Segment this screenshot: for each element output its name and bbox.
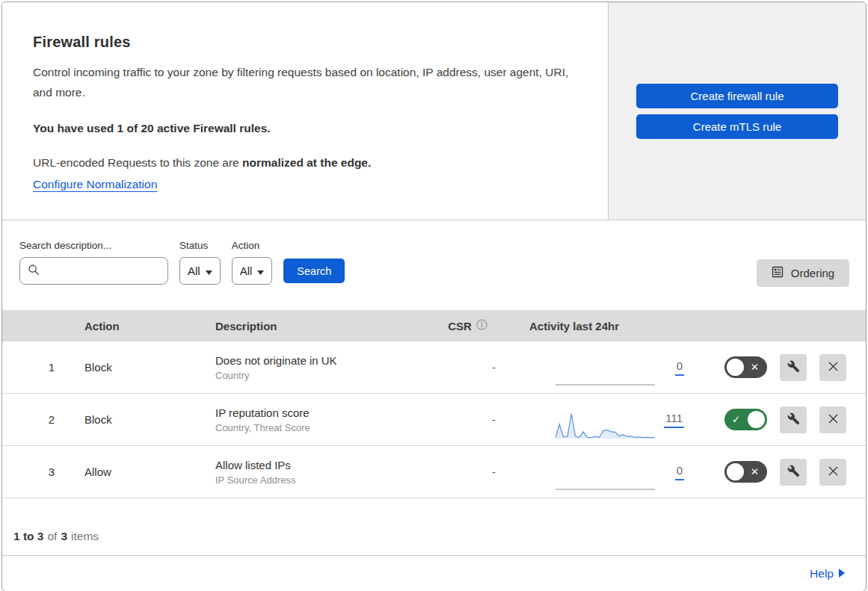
chevron-down-icon <box>206 264 212 277</box>
page-title: Firewall rules <box>33 34 578 51</box>
activity-sparkline <box>555 410 655 440</box>
normalization-note: URL-encoded Requests to this zone are no… <box>33 156 578 170</box>
page-description: Control incoming traffic to your zone by… <box>33 63 578 102</box>
top-section: Firewall rules Control incoming traffic … <box>2 2 866 220</box>
status-dropdown[interactable]: All <box>179 257 221 285</box>
help-link[interactable]: Help <box>810 567 845 581</box>
row-csr: - <box>432 413 503 426</box>
row-controls: ✓ ✕ <box>690 459 866 486</box>
rule-description: Does not originate in UK <box>215 354 432 367</box>
edit-rule-button[interactable] <box>780 459 807 486</box>
wrench-icon <box>787 412 800 427</box>
row-activity: 0 <box>503 347 690 388</box>
info-icon[interactable] <box>476 319 487 332</box>
activity-flatline <box>555 358 655 388</box>
delete-rule-button[interactable] <box>819 354 846 381</box>
top-left-panel: Firewall rules Control incoming traffic … <box>2 2 609 220</box>
activity-flatline <box>555 462 655 492</box>
toggle-knob <box>748 411 765 428</box>
table-row: 1 Block Does not originate in UK Country… <box>2 341 866 394</box>
row-csr: - <box>432 361 503 374</box>
firewall-rules-page: Firewall rules Control incoming traffic … <box>1 1 867 591</box>
row-controls: ✓ ✕ <box>690 354 866 381</box>
row-priority: 1 <box>2 361 70 374</box>
rule-fields: Country <box>215 370 432 381</box>
filter-bar: Search description... Status All Action <box>2 220 866 310</box>
row-action: Allow <box>70 465 200 478</box>
row-csr: - <box>432 465 503 478</box>
search-input-box[interactable] <box>19 257 168 285</box>
top-right-panel: Create firewall rule Create mTLS rule <box>609 2 866 220</box>
activity-count-link[interactable]: 111 <box>664 412 684 428</box>
search-input[interactable] <box>46 265 160 277</box>
firewall-rules-table: Action Description CSR Activity last 24h… <box>2 310 866 498</box>
rule-enable-toggle[interactable]: ✓ ✕ <box>724 356 767 378</box>
col-action: Action <box>70 320 200 332</box>
table-row: 2 Block IP reputation score Country, Thr… <box>2 394 866 446</box>
close-icon <box>828 413 839 427</box>
search-description-label: Search description... <box>19 240 168 251</box>
status-label: Status <box>179 240 221 251</box>
action-dropdown[interactable]: All <box>232 257 273 285</box>
col-activity: Activity last 24hr <box>503 320 690 332</box>
edit-rule-button[interactable] <box>780 354 807 381</box>
rule-description: IP reputation score <box>215 406 432 419</box>
activity-count-link[interactable]: 0 <box>675 464 684 480</box>
rule-fields: Country, Threat Score <box>215 422 432 433</box>
x-icon: ✕ <box>751 467 759 477</box>
delete-rule-button[interactable] <box>819 459 846 486</box>
row-priority: 2 <box>2 413 70 426</box>
row-description: Allow listed IPs IP Source Address <box>200 459 432 486</box>
usage-summary: You have used 1 of 20 active Firewall ru… <box>33 122 578 135</box>
search-icon <box>28 264 40 279</box>
action-label: Action <box>232 240 273 251</box>
create-firewall-rule-button[interactable]: Create firewall rule <box>636 84 838 108</box>
rule-enable-toggle[interactable]: ✓ ✕ <box>724 461 767 483</box>
row-activity: 111 <box>503 400 690 440</box>
rule-description: Allow listed IPs <box>215 459 432 471</box>
search-field: Search description... <box>19 240 168 285</box>
col-description: Description <box>200 320 432 332</box>
row-controls: ✓ ✕ <box>690 406 866 433</box>
close-icon <box>828 361 839 374</box>
wrench-icon <box>787 465 800 480</box>
wrench-icon <box>787 360 800 375</box>
table-row: 3 Allow Allow listed IPs IP Source Addre… <box>2 446 866 498</box>
configure-normalization-link[interactable]: Configure Normalization <box>33 178 157 191</box>
row-activity: 0 <box>503 452 690 492</box>
table-header: Action Description CSR Activity last 24h… <box>2 310 866 341</box>
row-priority: 3 <box>2 465 70 478</box>
action-filter: Action All <box>232 240 273 285</box>
toggle-knob <box>727 359 744 376</box>
toggle-knob <box>727 463 744 480</box>
help-arrow-icon <box>839 567 845 581</box>
ordering-list-icon <box>772 266 784 280</box>
activity-count-link[interactable]: 0 <box>675 359 684 376</box>
search-button[interactable]: Search <box>283 259 345 283</box>
ordering-button[interactable]: Ordering <box>757 259 849 287</box>
edit-rule-button[interactable] <box>780 406 807 433</box>
items-summary: 1 to 3 of 3 items <box>2 498 866 555</box>
rule-enable-toggle[interactable]: ✓ ✕ <box>724 409 767 430</box>
create-mtls-rule-button[interactable]: Create mTLS rule <box>636 114 838 139</box>
x-icon: ✕ <box>751 362 759 373</box>
delete-rule-button[interactable] <box>819 406 846 433</box>
row-description: IP reputation score Country, Threat Scor… <box>200 406 432 433</box>
chevron-down-icon <box>257 264 264 277</box>
check-icon: ✓ <box>732 415 740 425</box>
help-bar: Help <box>2 555 866 591</box>
col-csr: CSR <box>432 319 503 332</box>
status-filter: Status All <box>179 240 221 285</box>
rule-fields: IP Source Address <box>215 474 432 486</box>
close-icon <box>828 465 839 479</box>
row-description: Does not originate in UK Country <box>200 354 432 381</box>
filter-controls: Search description... Status All Action <box>19 240 849 285</box>
row-action: Block <box>70 413 200 426</box>
row-action: Block <box>70 361 200 374</box>
